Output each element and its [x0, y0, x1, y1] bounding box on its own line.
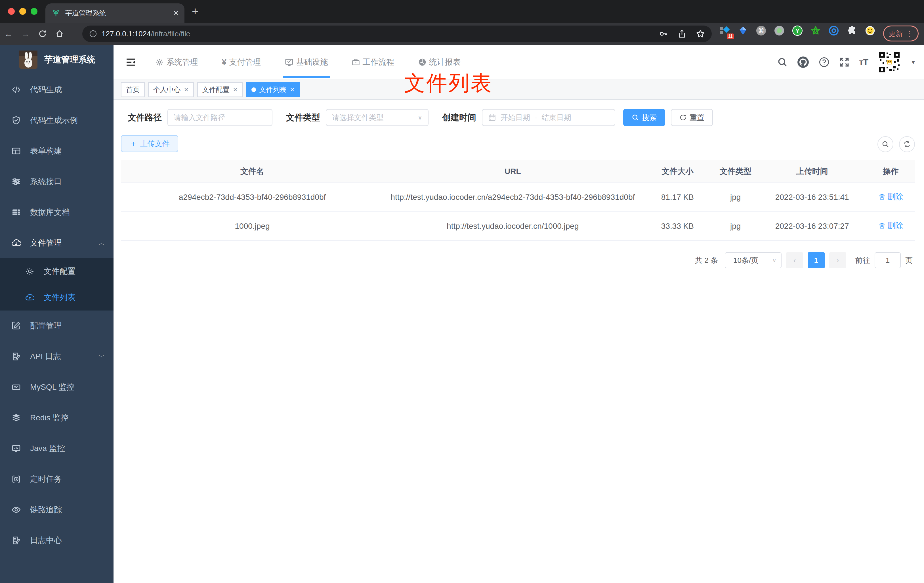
page-size-select[interactable]: 10条/页 ∨	[725, 252, 782, 268]
extension-emoji-icon[interactable]	[865, 26, 875, 36]
start-date-placeholder: 开始日期	[501, 113, 530, 122]
search-button[interactable]: 搜索	[623, 109, 665, 126]
page-content: 文件路径 文件类型 请选择文件类型 ∨ 创建时间 开始日期 - 结束日期	[114, 100, 924, 583]
sidebar-item-tracing[interactable]: 链路追踪	[0, 494, 114, 525]
sidebar-item-label: 定时任务	[30, 474, 104, 484]
url-host: 127.0.0.1:1024	[102, 30, 151, 38]
font-size-icon[interactable]: ᴛT	[859, 57, 868, 67]
sidebar-item-scheduled-jobs[interactable]: 定时任务	[0, 464, 114, 494]
sidebar-item-redis-monitor[interactable]: Redis 监控	[0, 403, 114, 433]
top-menu-pay[interactable]: ¥ 支付管理	[210, 45, 273, 79]
reload-icon[interactable]	[34, 30, 51, 38]
extension-kite-icon[interactable]	[738, 26, 748, 36]
close-window-button[interactable]	[8, 8, 15, 15]
tag-close-icon[interactable]: ✕	[290, 86, 295, 93]
sidebar-item-db-doc[interactable]: 数据库文档	[0, 197, 114, 228]
app-logo[interactable]: 芋道管理系统	[0, 45, 114, 74]
sidebar-item-file-manage[interactable]: 文件管理 ︿	[0, 228, 114, 258]
extension-command-icon[interactable]: ⌘	[756, 26, 766, 36]
sidebar-item-code-gen[interactable]: 代码生成	[0, 74, 114, 105]
sidebar-item-label: 文件配置	[44, 266, 104, 277]
search-icon[interactable]	[777, 57, 787, 67]
top-menu: 系统管理 ¥ 支付管理 基础设施 工作流程	[144, 45, 473, 79]
tab-title: 芋道管理系统	[65, 8, 168, 18]
bookmark-star-icon[interactable]	[696, 29, 705, 38]
refresh-table-button[interactable]	[899, 136, 915, 152]
extension-grey-green-icon[interactable]	[774, 26, 784, 36]
next-page-button[interactable]: ›	[829, 252, 846, 268]
page-1-button[interactable]: 1	[808, 252, 825, 268]
tag-file-list[interactable]: 文件列表✕	[246, 82, 300, 97]
top-menu-report[interactable]: 统计报表	[406, 45, 473, 79]
extension-y-icon[interactable]: Y	[792, 26, 802, 36]
sidebar-item-java-monitor[interactable]: Java 监控	[0, 433, 114, 464]
file-type-select[interactable]: 请选择文件类型 ∨	[326, 109, 429, 126]
sidebar-item-file-list[interactable]: 文件列表	[0, 284, 114, 310]
sidebar-item-form-builder[interactable]: 表单构建	[0, 135, 114, 166]
chevron-down-icon: ∨	[418, 114, 422, 121]
tag-home[interactable]: 首页	[121, 82, 145, 97]
extensions-puzzle-icon[interactable]	[847, 26, 857, 36]
top-menu-infra[interactable]: 基础设施	[273, 45, 340, 79]
top-menu-label: 工作流程	[363, 57, 394, 68]
new-tab-button[interactable]: +	[192, 6, 198, 17]
minimize-window-button[interactable]	[19, 8, 26, 15]
password-key-icon[interactable]	[659, 29, 668, 38]
github-icon[interactable]	[797, 56, 809, 68]
zoom-window-button[interactable]	[31, 8, 38, 15]
top-menu-workflow[interactable]: 工作流程	[340, 45, 406, 79]
sidebar-item-mysql-monitor[interactable]: MySQL 监控	[0, 372, 114, 403]
collapse-sidebar-icon[interactable]	[126, 57, 136, 67]
browser-tab[interactable]: 芋道管理系统 ✕	[45, 3, 185, 23]
date-range-picker[interactable]: 开始日期 - 结束日期	[482, 109, 615, 126]
extensions-row: 11 ⌘ Y	[720, 26, 875, 36]
tag-close-icon[interactable]: ✕	[233, 86, 238, 93]
share-icon[interactable]	[678, 30, 686, 38]
table-solid-icon	[12, 208, 21, 217]
extension-diamond-icon[interactable]: 11	[720, 26, 730, 36]
sidebar-item-system-api[interactable]: 系统接口	[0, 166, 114, 197]
sidebar-item-label: 文件列表	[44, 292, 104, 303]
top-menu-system[interactable]: 系统管理	[144, 45, 210, 79]
end-date-placeholder: 结束日期	[542, 113, 571, 122]
help-icon[interactable]	[819, 57, 830, 68]
avatar[interactable]	[878, 51, 901, 74]
sidebar-item-config-manage[interactable]: 配置管理	[0, 310, 114, 341]
delete-button[interactable]: 删除	[878, 220, 903, 232]
delete-button[interactable]: 删除	[878, 190, 903, 203]
browser-update-button[interactable]: 更新 ⋮	[883, 26, 919, 41]
top-menu-label: 支付管理	[229, 57, 261, 68]
url-bar[interactable]: 127.0.0.1:1024/infra/file/file	[82, 26, 712, 42]
goto-page-input[interactable]	[874, 252, 901, 268]
tag-profile[interactable]: 个人中心✕	[148, 82, 194, 97]
cell-upload-time: 2022-03-16 23:51:41	[758, 183, 866, 212]
document-edit-icon	[12, 536, 21, 545]
avatar-caret-icon[interactable]: ▼	[911, 59, 916, 66]
back-icon[interactable]: ←	[0, 29, 17, 39]
home-icon[interactable]	[51, 30, 68, 38]
extension-star-icon[interactable]	[810, 26, 821, 36]
search-icon	[632, 114, 639, 121]
tag-file-config[interactable]: 文件配置✕	[197, 82, 243, 97]
show-search-toggle-button[interactable]	[878, 136, 893, 152]
svg-text:⌘: ⌘	[758, 27, 764, 34]
sidebar-item-file-config[interactable]: 文件配置	[0, 258, 114, 284]
sidebar-item-api-log[interactable]: API 日志 ﹀	[0, 341, 114, 372]
site-info-icon[interactable]	[89, 30, 97, 38]
briefcase-icon	[352, 58, 360, 66]
delete-label: 删除	[888, 220, 903, 232]
reset-button[interactable]: 重置	[671, 109, 713, 126]
forward-icon[interactable]: →	[17, 29, 34, 39]
edit-square-icon	[12, 321, 21, 330]
sidebar-item-log-center[interactable]: 日志中心	[0, 525, 114, 556]
extension-eye-icon[interactable]	[829, 26, 839, 36]
prev-page-button[interactable]: ‹	[786, 252, 803, 268]
reset-button-label: 重置	[690, 113, 705, 122]
tab-close-icon[interactable]: ✕	[173, 9, 179, 17]
sidebar-item-code-demo[interactable]: 代码生成示例	[0, 105, 114, 135]
upload-file-button[interactable]: ＋ 上传文件	[121, 135, 178, 152]
file-path-input[interactable]	[167, 109, 272, 126]
fullscreen-icon[interactable]	[839, 57, 849, 67]
browser-menu-icon[interactable]: ⋮	[906, 30, 913, 38]
tag-close-icon[interactable]: ✕	[184, 86, 189, 93]
